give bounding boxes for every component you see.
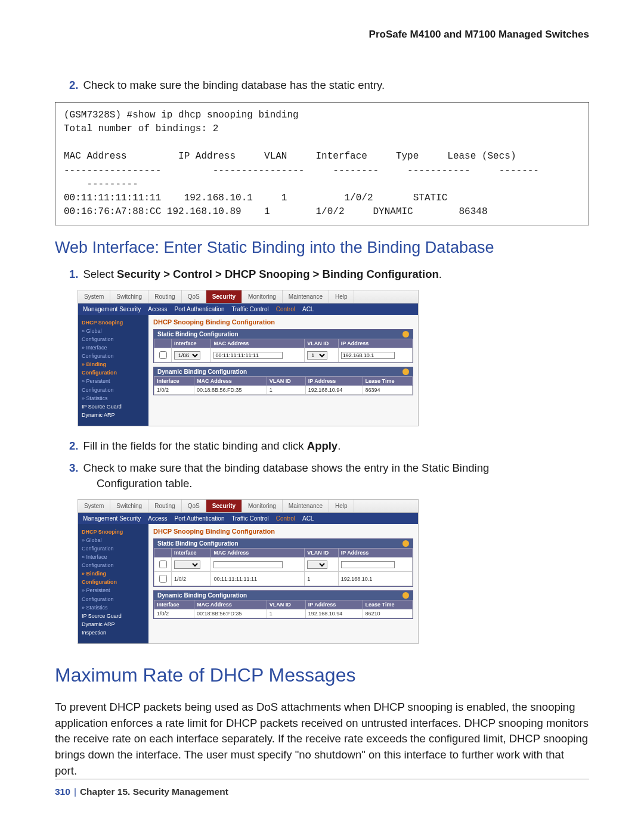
subnav-control[interactable]: Control — [276, 515, 295, 522]
subnav-port-authentication[interactable]: Port Authentication — [175, 515, 225, 522]
dcol-mac-address: MAC Address — [194, 377, 267, 386]
subnav-management-security[interactable]: Management Security — [83, 306, 141, 312]
tab-monitoring[interactable]: Monitoring — [242, 500, 283, 512]
sidebar-item[interactable]: » Binding — [82, 570, 145, 578]
tab-switching[interactable]: Switching — [110, 500, 148, 512]
section-web-interface-heading: Web Interface: Enter Static Binding into… — [55, 239, 589, 257]
subnav-control[interactable]: Control — [276, 306, 295, 312]
static-row-checkbox[interactable] — [159, 351, 167, 359]
static-vlan-select[interactable]: 1 — [307, 351, 327, 360]
tab-system[interactable]: System — [78, 290, 110, 303]
tab-monitoring[interactable]: Monitoring — [242, 290, 283, 303]
dynamic-binding-section: Dynamic Binding Configuration Interface … — [153, 590, 413, 619]
sidebar-item[interactable]: Configuration — [82, 596, 145, 603]
sidebar-item[interactable]: Dynamic ARP — [82, 411, 145, 419]
subnav-bar: Management Security Access Port Authenti… — [78, 513, 418, 524]
sidebar-item[interactable]: Configuration — [82, 336, 145, 343]
subnav-access[interactable]: Access — [148, 306, 167, 312]
sidebar-item[interactable]: Configuration — [82, 386, 145, 394]
step-2b-post: . — [338, 439, 340, 452]
tab-security[interactable]: Security — [206, 500, 242, 512]
static-edit-mac-input[interactable] — [213, 561, 283, 568]
dcol-interface: Interface — [154, 600, 194, 609]
sidebar-item[interactable]: Configuration — [82, 562, 145, 569]
product-line: ProSafe M4100 and M7100 Managed Switches — [55, 29, 589, 41]
static-edit-checkbox[interactable] — [159, 561, 167, 568]
dynamic-binding-table: Interface MAC Address VLAN ID IP Address… — [154, 376, 413, 395]
tab-qos[interactable]: QoS — [182, 500, 206, 512]
col-interface: Interface — [172, 549, 211, 558]
tab-switching[interactable]: Switching — [110, 290, 148, 303]
static-interface-select[interactable]: 1/0/2 — [174, 351, 200, 360]
dcol-interface: Interface — [154, 377, 194, 386]
help-icon[interactable] — [402, 592, 409, 599]
sidebar-item[interactable]: » Interface — [82, 344, 145, 352]
subnav-traffic-control[interactable]: Traffic Control — [231, 306, 268, 312]
sidebar-item[interactable]: Configuration — [82, 545, 145, 553]
tab-help[interactable]: Help — [329, 500, 354, 512]
sidebar-item[interactable]: Dynamic ARP — [82, 621, 145, 628]
help-icon[interactable] — [402, 331, 409, 337]
static-row-checkbox[interactable] — [159, 575, 167, 583]
sidebar-item[interactable]: » Persistent — [82, 377, 145, 385]
col-vlan-id: VLAN ID — [305, 339, 338, 348]
tab-routing[interactable]: Routing — [148, 500, 181, 512]
panel-title: DHCP Snooping Binding Configuration — [153, 318, 413, 326]
chapter-label: Chapter 15. Security Management — [80, 786, 228, 797]
cli-output-block: (GSM7328S) #show ip dhcp snooping bindin… — [55, 102, 589, 226]
step-3b-text: Check to make sure that the binding data… — [83, 462, 489, 474]
sidebar-item[interactable]: DHCP Snooping — [82, 528, 145, 536]
sidebar-item[interactable]: » Statistics — [82, 395, 145, 402]
static-edit-vlan-select[interactable] — [307, 561, 327, 569]
sidebar-item[interactable]: » Statistics — [82, 604, 145, 612]
col-mac-address: MAC Address — [211, 339, 305, 348]
help-icon[interactable] — [402, 540, 409, 547]
sidebar-item[interactable]: Configuration — [82, 352, 145, 360]
tab-system[interactable]: System — [78, 500, 110, 512]
help-icon[interactable] — [402, 368, 409, 375]
page-footer: 310|Chapter 15. Security Management — [55, 779, 589, 797]
sidebar-item[interactable]: » Persistent — [82, 587, 145, 594]
step-3b-cont: Configuration table. — [97, 476, 589, 492]
sidebar-item[interactable]: IP Source Guard — [82, 612, 145, 620]
tab-help[interactable]: Help — [329, 290, 354, 303]
static-binding-table: Interface MAC Address VLAN ID IP Address… — [154, 339, 413, 363]
sidebar-item[interactable]: Configuration — [82, 578, 145, 586]
static-edit-ip-input[interactable] — [341, 561, 395, 568]
tab-maintenance[interactable]: Maintenance — [283, 290, 329, 303]
management-ui-screenshot-1: System Switching Routing QoS Security Mo… — [78, 290, 419, 426]
dynamic-binding-head: Dynamic Binding Configuration — [157, 368, 247, 375]
sidebar-item[interactable]: DHCP Snooping — [82, 319, 145, 327]
sidebar-item[interactable]: Configuration — [82, 369, 145, 377]
tab-security[interactable]: Security — [206, 290, 242, 303]
static-edit-interface-select[interactable] — [174, 561, 200, 569]
sidebar-item[interactable]: IP Source Guard — [82, 403, 145, 411]
tab-maintenance[interactable]: Maintenance — [283, 500, 329, 512]
subnav-port-authentication[interactable]: Port Authentication — [175, 306, 225, 312]
sidebar-item[interactable]: Inspection — [82, 629, 145, 637]
dynamic-binding-section: Dynamic Binding Configuration Interface … — [153, 367, 413, 395]
dyn-lease: 86210 — [363, 609, 412, 618]
dcol-vlan-id: VLAN ID — [267, 600, 305, 609]
subnav-acl[interactable]: ACL — [302, 515, 314, 522]
sidebar: DHCP Snooping» Global Configuration» Int… — [78, 315, 148, 426]
static-ip-input[interactable] — [341, 352, 395, 359]
step-2b-bold: Apply — [307, 439, 338, 452]
sidebar-item[interactable]: » Binding — [82, 361, 145, 368]
subnav-traffic-control[interactable]: Traffic Control — [231, 515, 268, 522]
step-1b-pre: Select — [83, 268, 117, 280]
subnav-acl[interactable]: ACL — [302, 306, 314, 312]
static-mac-input[interactable] — [213, 352, 283, 359]
subnav-access[interactable]: Access — [148, 515, 167, 522]
tab-qos[interactable]: QoS — [182, 290, 206, 303]
step-1b-post: . — [439, 268, 442, 280]
sidebar-item[interactable]: » Global — [82, 537, 145, 544]
dyn-ip: 192.168.10.94 — [305, 609, 363, 618]
col-mac-address: MAC Address — [211, 549, 305, 558]
static-row-interface: 1/0/2 — [172, 572, 211, 586]
tab-routing[interactable]: Routing — [148, 290, 181, 303]
step-2b-num: 2. — [69, 439, 78, 452]
sidebar-item[interactable]: » Interface — [82, 553, 145, 561]
sidebar-item[interactable]: » Global — [82, 327, 145, 335]
subnav-management-security[interactable]: Management Security — [83, 515, 141, 522]
